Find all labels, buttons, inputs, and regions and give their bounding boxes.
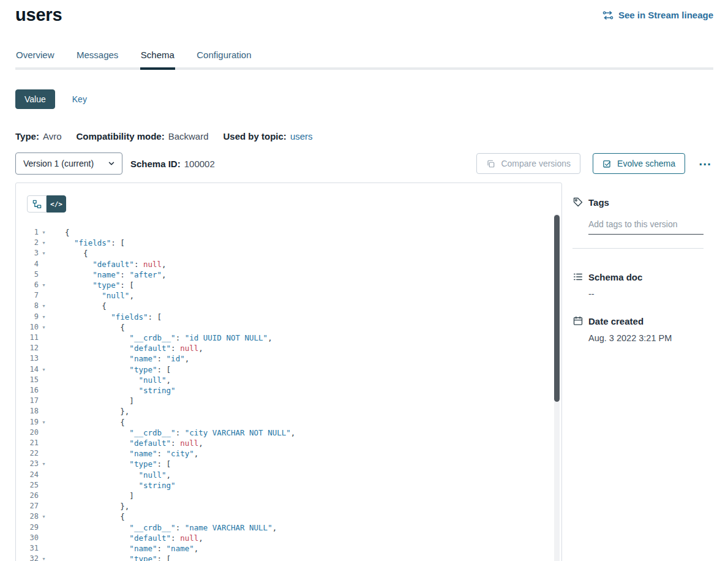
version-select[interactable]: Version 1 (current) [15,152,122,175]
fold-caret-icon[interactable]: ▾ [39,227,49,238]
code-line: 11 "__crdb__": "id UUID NOT NULL", [16,333,561,343]
line-number: 28 [16,511,39,522]
fold-caret-spacer [39,343,49,353]
fold-caret-spacer [39,353,49,364]
tab-messages[interactable]: Messages [76,46,119,67]
tab-schema[interactable]: Schema [140,46,175,67]
fold-caret-icon[interactable]: ▾ [39,312,49,322]
line-number: 11 [16,333,39,343]
version-bar-left: Version 1 (current) Schema ID: 100002 [15,152,215,175]
line-number: 6 [16,280,39,290]
fold-caret-spacer [39,269,49,280]
fold-caret-icon[interactable]: ▾ [39,417,49,427]
fold-caret-icon[interactable]: ▾ [39,248,49,258]
code-text: { [49,511,125,522]
fold-caret-icon[interactable]: ▾ [39,511,49,522]
type-label: Type: [15,131,39,141]
fold-caret-icon[interactable]: ▾ [39,364,49,375]
code-text: { [49,301,107,311]
meta-compatibility: Compatibility mode: Backward [76,131,208,141]
line-number: 26 [16,491,39,501]
schema-doc-value: -- [588,289,713,299]
code-text: "default": null, [49,438,203,448]
tab-overview[interactable]: Overview [15,46,55,67]
fold-caret-icon[interactable]: ▾ [39,238,49,248]
code-text: "fields": [ [49,238,125,248]
more-options-button[interactable]: ⋯ [697,157,713,170]
line-number: 14 [16,364,39,375]
line-number: 32 [16,554,39,561]
editor-scrollbar-thumb[interactable] [554,215,560,402]
code-line: 17 ] [16,396,561,406]
code-text: "type": [ [49,280,134,290]
code-line: 19▾ { [16,417,561,427]
version-bar-actions: Compare versions Evolve schema ⋯ [476,153,713,174]
line-number: 13 [16,353,39,364]
compare-versions-label: Compare versions [501,159,571,168]
line-number: 4 [16,259,39,269]
date-created-section: Date created Aug. 3 2022 3:21 PM [572,315,713,343]
evolve-schema-button[interactable]: Evolve schema [593,153,685,174]
code-view-icon: </> [50,200,62,208]
tag-icon [572,197,584,208]
meta-type: Type: Avro [15,131,61,141]
tab-bar: Overview Messages Schema Configuration [15,46,713,70]
code-text: }, [49,501,129,511]
stream-lineage-icon [602,10,614,21]
code-line: 20 "__crdb__": "city VARCHAR NOT NULL", [16,427,561,438]
code-text: "__crdb__": "id UUID NOT NULL", [49,333,272,343]
topic-link[interactable]: users [290,131,313,141]
code-line: 27 }, [16,501,561,511]
fold-caret-spacer [39,501,49,511]
line-number: 7 [16,290,39,301]
schema-id: Schema ID: 100002 [130,159,215,169]
line-number: 22 [16,448,39,459]
key-toggle-button[interactable]: Key [71,92,88,107]
line-number: 12 [16,343,39,353]
code-text: { [49,227,70,238]
schema-doc-title: Schema doc [588,272,642,282]
code-line: 6▾ "type": [ [16,280,561,290]
compatibility-value: Backward [168,131,209,141]
code-line: 4 "default": null, [16,259,561,269]
code-text: "__crdb__": "city VARCHAR NOT NULL", [49,427,295,438]
calendar-icon [572,315,584,326]
compare-versions-button[interactable]: Compare versions [476,153,580,174]
code-line: 30 "default": null, [16,533,561,543]
fold-caret-icon[interactable]: ▾ [39,322,49,333]
topic-label: Used by topic: [223,131,287,141]
schema-sidebar: Tags Schema doc -- [562,183,713,343]
page-title: users [15,5,62,25]
line-number: 20 [16,427,39,438]
code-line: 21 "default": null, [16,438,561,448]
code-line: 2▾ "fields": [ [16,238,561,248]
code-view-button[interactable]: </> [47,195,66,213]
code-text: { [49,248,88,258]
code-line: 13 "name": "id", [16,353,561,364]
fold-caret-spacer [39,522,49,533]
tags-title: Tags [588,197,609,208]
tree-view-button[interactable] [27,195,47,213]
code-line: 29 "__crdb__": "name VARCHAR NULL", [16,522,561,533]
editor-scrollbar[interactable] [554,214,560,561]
tab-configuration[interactable]: Configuration [196,46,252,67]
fold-caret-icon[interactable]: ▾ [39,459,49,469]
code-line: 14▾ "type": [ [16,364,561,375]
line-number: 25 [16,480,39,491]
code-line: 25 "string" [16,480,561,491]
code-text: { [49,417,125,427]
date-created-title: Date created [588,316,644,326]
fold-caret-icon[interactable]: ▾ [39,554,49,561]
line-number: 24 [16,470,39,480]
stream-lineage-link[interactable]: See in Stream lineage [602,10,713,21]
fold-caret-icon[interactable]: ▾ [39,280,49,290]
tags-input[interactable] [588,218,704,235]
code-text: "name": "after", [49,269,167,280]
code-line: 9▾ "fields": [ [16,312,561,322]
fold-caret-icon[interactable]: ▾ [39,301,49,311]
code-text: "default": null, [49,533,203,543]
value-toggle-button[interactable]: Value [15,89,55,109]
fold-caret-spacer [39,333,49,343]
line-number: 15 [16,375,39,385]
version-bar: Version 1 (current) Schema ID: 100002 Co… [15,152,713,175]
